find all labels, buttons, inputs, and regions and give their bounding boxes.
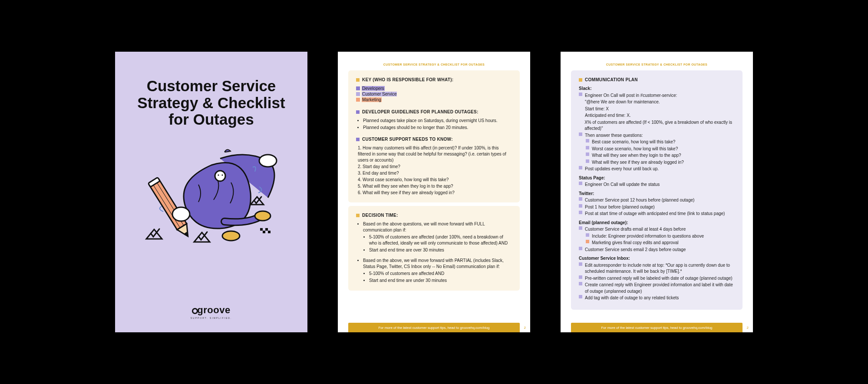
subsection-label: Email (planned outage):: [579, 220, 735, 226]
square-icon: [579, 166, 582, 169]
list-item: Planned outages take place on Saturdays,…: [363, 118, 512, 124]
list-item: Engineer On Call will post in #customer-…: [579, 93, 735, 99]
square-icon: [586, 152, 589, 156]
svg-rect-13: [260, 228, 263, 231]
list-item: Marketing gives final copy edits and app…: [586, 240, 735, 246]
square-icon: [586, 146, 589, 149]
list-item: Based on the above, we will move forward…: [363, 258, 512, 284]
svg-point-4: [255, 211, 271, 221]
list-item: Anticipated end time: X.: [579, 113, 735, 119]
list-item: Post 1 hour before (planned outage): [579, 204, 735, 211]
running-header: CUSTOMER SERVICE STRATEGY & CHECKLIST FO…: [571, 63, 743, 66]
section-comm-plan: COMMUNICATION PLAN Slack:Engineer On Cal…: [571, 70, 743, 310]
numbered-list: 1. How many customers will this affect (…: [356, 145, 512, 196]
list-item: 5-100% of customers are affected AND: [369, 271, 512, 277]
section-decision: DECISION TIME: Based on the above questi…: [348, 206, 520, 291]
square-icon: [586, 139, 589, 142]
heading-text: DECISION TIME:: [362, 213, 398, 218]
svg-point-0: [259, 155, 277, 167]
square-icon: [579, 275, 582, 279]
running-header: CUSTOMER SERVICE STRATEGY & CHECKLIST FO…: [348, 63, 520, 66]
square-icon: [586, 240, 589, 243]
square-icon: [356, 78, 360, 82]
logo-tagline: SUPPORT. SIMPLIFIED.: [115, 317, 307, 319]
cover-title: Customer Service Strategy & Checklist fo…: [115, 52, 307, 137]
square-icon: [356, 110, 360, 114]
cover-illustration: [138, 141, 285, 250]
svg-rect-6: [149, 179, 187, 230]
square-icon: [579, 295, 582, 298]
list-item: 6. What will they see if they are alread…: [358, 190, 512, 196]
svg-point-5: [222, 231, 240, 241]
square-icon: [356, 98, 360, 102]
square-icon: [586, 159, 589, 163]
page-footer: For more of the latest customer support …: [348, 323, 520, 332]
square-icon: [579, 182, 582, 185]
list-item: Customer Service drafts email at least 4…: [579, 226, 735, 233]
list-item: Pre-written canned reply will be labeled…: [579, 275, 735, 282]
square-icon: [356, 92, 360, 96]
list-item: 3. End day and time?: [358, 170, 512, 176]
square-icon: [579, 226, 582, 230]
list-item: Start and end time are over 30 minutes: [369, 247, 512, 253]
heading-text: COMMUNICATION PLAN: [585, 77, 638, 82]
square-icon: [579, 211, 582, 214]
list-item: Start and end time are under 30 minutes: [369, 278, 512, 284]
subsection-label: Customer Service Inbox:: [579, 255, 735, 262]
svg-rect-15: [265, 228, 268, 231]
list-item: Create canned reply with Engineer provid…: [579, 282, 735, 295]
footer-text: For more of the latest customer support …: [378, 326, 489, 330]
square-icon: [579, 197, 582, 201]
list-item: Best case scenario, how long will this t…: [586, 139, 735, 146]
square-icon: [579, 132, 582, 136]
bullet-list: Based on the above questions, we will mo…: [356, 221, 512, 284]
list-item: 2. Start day and time?: [358, 164, 512, 170]
list-item: 5-100% of customers are affected (under …: [369, 234, 512, 246]
list-item: Post at start time of outage with antici…: [579, 211, 735, 217]
square-icon: [579, 282, 582, 285]
svg-point-1: [215, 171, 225, 181]
list-item: 4. Worst case scenario, how long will th…: [358, 177, 512, 183]
page-number: 2: [747, 326, 749, 330]
list-item: Edit autoresponder to include note at to…: [579, 262, 735, 275]
square-icon: [356, 214, 360, 217]
list-item: 1. How many customers will this affect (…: [358, 145, 512, 163]
list-item: Planned outages should be no longer than…: [363, 125, 512, 131]
svg-point-12: [172, 207, 190, 221]
page-3: CUSTOMER SERVICE STRATEGY & CHECKLIST FO…: [561, 52, 753, 332]
communication-plan-list: Slack:Engineer On Call will post in #cus…: [579, 86, 735, 301]
page-cover: Customer Service Strategy & Checklist fo…: [115, 52, 307, 332]
square-icon: [356, 86, 360, 90]
svg-rect-14: [263, 231, 265, 233]
square-icon: [579, 262, 582, 266]
list-item: Post updates every hour until back up.: [579, 166, 735, 172]
list-item: Then answer these questions:: [579, 132, 735, 139]
square-icon: [586, 233, 589, 237]
key-label: Marketing: [362, 97, 382, 102]
subsection-label: Status Page:: [579, 175, 735, 182]
brand-logo: groove SUPPORT. SIMPLIFIED.: [115, 305, 307, 319]
page-2: CUSTOMER SERVICE STRATEGY & CHECKLIST FO…: [338, 52, 530, 332]
subsection-label: Twitter:: [579, 191, 735, 197]
heading-text: DEVELOPER GUIDELINES FOR PLANNED OUTAGES…: [362, 109, 479, 114]
square-icon: [579, 204, 582, 208]
list-item: Customer Service post 12 hours before (p…: [579, 197, 735, 204]
document-spread: Customer Service Strategy & Checklist fo…: [0, 0, 868, 384]
square-icon: [579, 78, 582, 82]
page-number: 2: [524, 326, 526, 330]
key-label: Developers: [362, 86, 385, 91]
bullet-list: Planned outages take place on Saturdays,…: [356, 118, 512, 131]
list-item: What will they see when they login to th…: [586, 152, 735, 159]
section-key: KEY (WHO IS RESPONSIBLE FOR WHAT): Devel…: [348, 70, 520, 202]
footer-text: For more of the latest customer support …: [601, 326, 712, 330]
svg-point-2: [218, 174, 219, 175]
list-item: What will they see if they are already l…: [586, 159, 735, 166]
list-item: 5. What will they see when they log in t…: [358, 183, 512, 189]
list-item: Engineer On Call will update the status: [579, 182, 735, 188]
heading-text: KEY (WHO IS RESPONSIBLE FOR WHAT):: [362, 77, 453, 82]
list-item: Include: Engineer provided information t…: [586, 233, 735, 240]
list-item: Add tag with date of outage to any relat…: [579, 295, 735, 301]
list-item: Start time: X: [579, 106, 735, 113]
list-item: "@here We are down for maintenance.: [579, 99, 735, 106]
key-label: Customer Service: [362, 92, 397, 96]
